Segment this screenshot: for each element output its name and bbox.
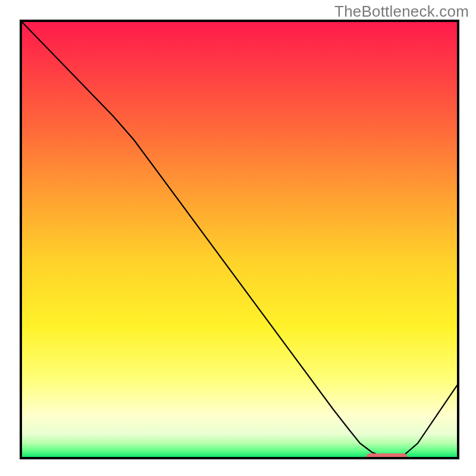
chart-container: { "watermark": "TheBottleneck.com", "cha… xyxy=(0,0,476,476)
heat-gradient-area xyxy=(21,21,458,458)
watermark-text: TheBottleneck.com xyxy=(334,2,469,21)
bottleneck-chart xyxy=(0,0,476,476)
